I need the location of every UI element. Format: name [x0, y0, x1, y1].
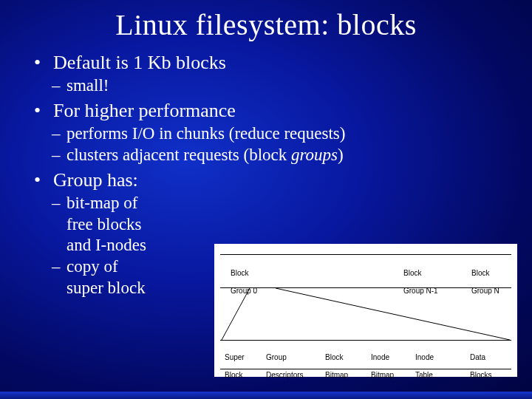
- sub-small: small!: [56, 75, 510, 97]
- slide-title: Linux filesystem: blocks: [22, 7, 510, 42]
- sub-clusters: clusters adjacent requests (block groups…: [56, 145, 510, 166]
- diagram-cell-superblock: Super Block: [225, 344, 262, 365]
- diagram-cell-group0: Block Group 0: [231, 260, 275, 282]
- cell-line: Block: [471, 269, 489, 277]
- sub-list: small!: [53, 75, 510, 97]
- cell-line: Blocks: [470, 371, 491, 379]
- bullet-text: Group has:: [53, 169, 138, 191]
- divider: [220, 254, 511, 255]
- diagram-cell-groupN: Block Group N: [471, 260, 516, 282]
- svg-line-1: [276, 288, 510, 340]
- cell-line: Block: [231, 269, 248, 277]
- sub-text-prefix: clusters adjacent requests (block: [66, 146, 291, 164]
- cell-line: Table: [415, 371, 433, 379]
- bullet-default-blocks: Default is 1 Kb blocks small!: [31, 51, 510, 96]
- diagram-cell-group-descriptors: Group Descriptors: [266, 344, 319, 365]
- block-group-diagram: Block Group 0 Block Group N-1 Block Grou…: [214, 244, 517, 377]
- sub-list: performs I/O in chunks (reduce requests)…: [53, 123, 510, 166]
- footer-accent: [0, 392, 532, 399]
- sub-bitmap-2: free blocks: [56, 214, 186, 236]
- sub-list: bit-map of free blocks and I-nodes copy …: [53, 193, 186, 299]
- sub-text-suffix: ): [338, 146, 344, 164]
- sub-text-em: groups: [291, 146, 338, 164]
- cell-line: Group: [266, 353, 287, 361]
- sub-copy-1: copy of: [56, 256, 186, 278]
- slide: Linux filesystem: blocks Default is 1 Kb…: [0, 0, 532, 399]
- cell-line: Bitmap: [325, 371, 348, 379]
- cell-line: Data: [470, 353, 485, 361]
- diagram-cell-inode-table: Inode Table: [415, 344, 457, 365]
- diagram-top-row: Block Group 0 Block Group N-1 Block Grou…: [220, 254, 511, 288]
- diagram-cell-inode-bitmap: Inode Bitmap: [371, 344, 412, 365]
- bullet-text: Default is 1 Kb blocks: [53, 52, 226, 73]
- cell-line: Block: [225, 371, 242, 379]
- cell-line: Bitmap: [371, 371, 394, 379]
- cell-line: Inode: [371, 353, 389, 361]
- cell-line: Block: [325, 353, 343, 361]
- cell-line: Descriptors: [266, 371, 304, 379]
- divider: [220, 369, 511, 369]
- diagram-connector-lines: [220, 288, 511, 340]
- sub-io-chunks: performs I/O in chunks (reduce requests): [56, 123, 510, 145]
- diagram-bottom-row: Super Block Group Descriptors Block Bitm…: [220, 340, 511, 369]
- svg-line-0: [222, 288, 250, 340]
- sub-bitmap-1: bit-map of: [56, 193, 186, 214]
- bullet-text: For higher performance: [53, 100, 236, 121]
- sub-copy-2: super block: [56, 278, 186, 299]
- bullet-performance: For higher performance performs I/O in c…: [31, 99, 510, 166]
- cell-line: Inode: [415, 353, 434, 361]
- cell-line: Block: [403, 269, 421, 277]
- cell-line: Super: [225, 353, 245, 361]
- divider: [220, 340, 511, 341]
- diagram-cell-block-bitmap: Block Bitmap: [325, 344, 366, 365]
- diagram-cell-data-blocks: Data Blocks: [470, 344, 511, 365]
- diagram-cell-groupNm1: Block Group N-1: [403, 260, 463, 282]
- sub-bitmap-3: and I-nodes: [56, 235, 186, 256]
